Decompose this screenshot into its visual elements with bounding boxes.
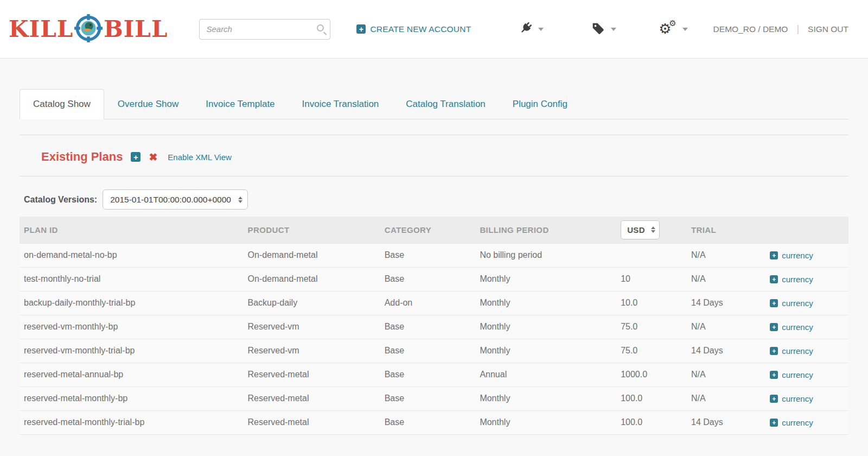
- plus-square-icon: [770, 323, 778, 331]
- logo-text-kill: KILL: [9, 18, 73, 41]
- main-content: Catalog Show Overdue Show Invoice Templa…: [20, 89, 848, 435]
- catalog-version-selected-value: 2015-01-01T00:00:00.000+0000: [110, 195, 231, 205]
- cell-plan-id: reserved-vm-monthly-trial-bp: [20, 339, 244, 363]
- chevron-down-icon: [682, 28, 688, 31]
- tags-menu-button[interactable]: [591, 21, 616, 37]
- cell-trial: N/A: [687, 243, 765, 267]
- tab-catalog-show[interactable]: Catalog Show: [20, 89, 104, 119]
- cell-billing-period: Monthly: [475, 315, 616, 339]
- add-currency-link[interactable]: currency: [770, 418, 813, 427]
- admin-menu-button[interactable]: ⚙⚙: [659, 21, 688, 37]
- cell-category: Base: [380, 243, 476, 267]
- cell-category: Add-on: [380, 291, 476, 315]
- cell-product: Reserved-vm: [244, 339, 380, 363]
- cell-plan-id: on-demand-metal-no-bp: [20, 243, 244, 267]
- add-currency-link[interactable]: currency: [770, 370, 813, 379]
- plans-table: PLAN ID PRODUCT CATEGORY BILLING PERIOD …: [20, 217, 848, 435]
- cell-billing-period: Monthly: [475, 291, 616, 315]
- tab-bar: Catalog Show Overdue Show Invoice Templa…: [20, 89, 848, 119]
- cell-category: Base: [380, 315, 476, 339]
- add-currency-link[interactable]: currency: [770, 346, 813, 356]
- delete-icon[interactable]: [149, 152, 157, 162]
- column-header-plan-id: PLAN ID: [20, 217, 244, 243]
- cell-price: 10: [616, 267, 687, 291]
- cell-price: [616, 243, 687, 267]
- table-row: on-demand-metal-no-bp On-demand-metal Ba…: [20, 243, 848, 267]
- plus-square-icon: [770, 299, 778, 307]
- plans-table-header-row: PLAN ID PRODUCT CATEGORY BILLING PERIOD …: [20, 217, 848, 243]
- tab-invoice-template[interactable]: Invoice Template: [192, 89, 288, 119]
- currency-select[interactable]: USD: [621, 220, 660, 239]
- tab-label: Catalog Translation: [406, 99, 485, 109]
- column-header-product: PRODUCT: [244, 217, 380, 243]
- cell-product: Reserved-metal: [244, 363, 380, 387]
- currency-selected-value: USD: [627, 225, 645, 235]
- plugins-menu-button[interactable]: [519, 21, 544, 37]
- cell-plan-id: test-monthly-no-trial: [20, 267, 244, 291]
- sign-out-link[interactable]: SIGN OUT: [808, 24, 848, 34]
- currency-link-label: currency: [782, 370, 813, 379]
- chevron-down-icon: [611, 28, 616, 31]
- cell-plan-id: reserved-metal-monthly-trial-bp: [20, 410, 244, 434]
- cell-category: Base: [380, 339, 476, 363]
- plus-square-icon: [770, 395, 778, 403]
- cell-billing-period: Monthly: [475, 410, 616, 434]
- add-plan-icon[interactable]: [131, 152, 141, 162]
- add-currency-link[interactable]: currency: [770, 251, 813, 260]
- table-row: reserved-metal-annual-bp Reserved-metal …: [20, 363, 848, 387]
- tab-invoice-translation[interactable]: Invoice Translation: [289, 89, 393, 119]
- existing-plans-header: Existing Plans Enable XML View: [20, 135, 848, 164]
- cell-plan-id: reserved-metal-monthly-bp: [20, 387, 244, 410]
- create-new-account-button[interactable]: CREATE NEW ACCOUNT: [356, 24, 471, 34]
- separator: |: [796, 23, 799, 35]
- cell-trial: N/A: [687, 315, 765, 339]
- tab-label: Overdue Show: [118, 99, 178, 109]
- select-arrows-icon: [651, 226, 655, 233]
- add-currency-link[interactable]: currency: [770, 394, 813, 403]
- cell-category: Base: [380, 410, 476, 434]
- plus-square-icon: [770, 419, 778, 427]
- catalog-versions-row: Catalog Versions: 2015-01-01T00:00:00.00…: [20, 189, 848, 210]
- add-currency-link[interactable]: currency: [770, 299, 813, 308]
- tab-label: Plugin Config: [513, 99, 567, 109]
- cell-trial: 14 Days: [687, 339, 765, 363]
- search-input[interactable]: [199, 19, 330, 40]
- tab-plugin-config[interactable]: Plugin Config: [499, 89, 581, 119]
- cell-billing-period: Monthly: [475, 339, 616, 363]
- catalog-versions-label: Catalog Versions:: [24, 195, 97, 205]
- cell-price: 75.0: [616, 339, 687, 363]
- page-title: Existing Plans: [41, 150, 123, 164]
- cell-price: 1000.0: [616, 363, 687, 387]
- cell-category: Base: [380, 363, 476, 387]
- duck-target-logo-icon: [73, 14, 104, 45]
- add-currency-link[interactable]: currency: [770, 322, 813, 332]
- tab-catalog-translation[interactable]: Catalog Translation: [392, 89, 499, 119]
- cell-category: Base: [380, 267, 476, 291]
- logo-text-bill: BILL: [104, 18, 168, 41]
- killbill-logo[interactable]: KILL BILL: [9, 14, 168, 45]
- cell-plan-id: reserved-vm-monthly-bp: [20, 315, 244, 339]
- tab-label: Invoice Template: [206, 99, 275, 109]
- cell-price: 10.0: [616, 291, 687, 315]
- catalog-version-select[interactable]: 2015-01-01T00:00:00.000+0000: [103, 189, 248, 210]
- column-header-billing-period: BILLING PERIOD: [475, 217, 616, 243]
- currency-link-label: currency: [782, 394, 813, 403]
- tab-label: Invoice Translation: [302, 99, 379, 109]
- plus-square-icon: [770, 371, 778, 379]
- current-user-label[interactable]: DEMO_RO / DEMO: [713, 24, 788, 34]
- cell-plan-id: backup-daily-monthly-trial-bp: [20, 291, 244, 315]
- tab-overdue-show[interactable]: Overdue Show: [104, 89, 192, 119]
- currency-link-label: currency: [782, 346, 813, 356]
- plug-icon: [519, 21, 533, 37]
- chevron-down-icon: [538, 28, 544, 31]
- table-row: backup-daily-monthly-trial-bp Backup-dai…: [20, 291, 848, 315]
- column-header-currency: USD: [616, 217, 687, 243]
- column-header-actions: [765, 217, 848, 243]
- table-row: reserved-metal-monthly-trial-bp Reserved…: [20, 410, 848, 434]
- enable-xml-view-link[interactable]: Enable XML View: [168, 153, 232, 162]
- select-arrows-icon: [238, 197, 242, 203]
- cell-product: Reserved-vm: [244, 315, 380, 339]
- add-currency-link[interactable]: currency: [770, 275, 813, 284]
- tab-label: Catalog Show: [33, 99, 91, 109]
- currency-link-label: currency: [782, 299, 813, 308]
